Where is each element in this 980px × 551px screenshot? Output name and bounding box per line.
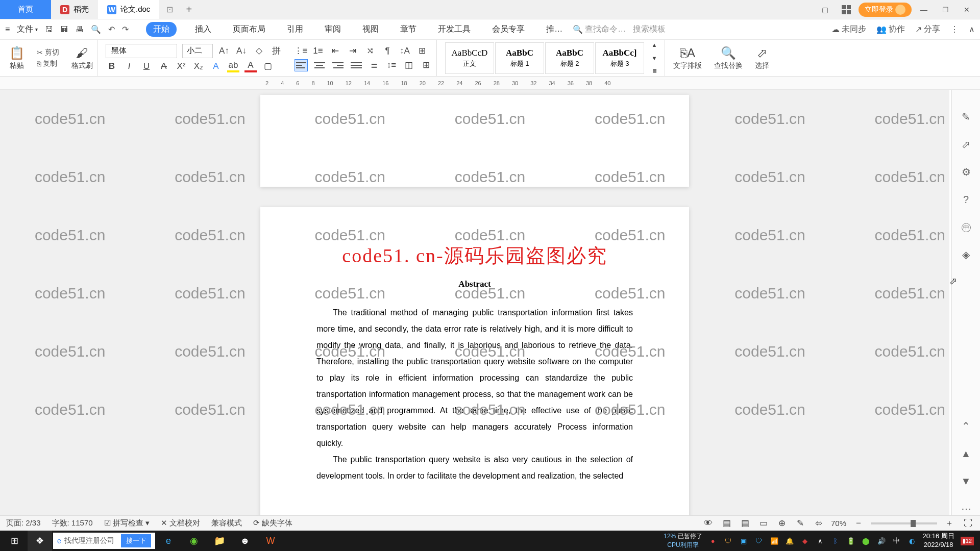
view-web-icon[interactable]: ⊕ [776, 517, 788, 530]
app-green-icon[interactable]: ◉ [182, 531, 206, 551]
strikethrough-button[interactable]: A̶ [158, 60, 170, 72]
tab-add[interactable]: + [180, 0, 198, 19]
scroll-down-icon[interactable]: ▼ [960, 474, 973, 488]
pointer-tool-icon[interactable]: ⬀ [960, 138, 973, 151]
tab-options-icon[interactable]: ⊡ [159, 0, 180, 19]
highlight-icon[interactable]: ab [227, 60, 239, 72]
maximize-button[interactable]: ☐ [936, 3, 954, 17]
borders-icon[interactable]: ⊞ [420, 59, 432, 71]
zoom-in-icon[interactable]: + [943, 517, 955, 530]
layout-toggle-icon[interactable]: ▢ [816, 3, 834, 17]
copilot-icon[interactable]: ❖ [28, 531, 52, 551]
action-center-badge[interactable]: ▮12 [961, 537, 974, 545]
more-dots-icon[interactable]: ⋯ [960, 502, 973, 515]
fullscreen-icon[interactable]: ⛶ [962, 517, 974, 530]
ime-indicator[interactable]: 中 [892, 536, 901, 545]
save-as-icon[interactable]: 🖬 [60, 25, 68, 34]
ribbon-tab-insert[interactable]: 插入 [192, 22, 214, 37]
edit-mode-icon[interactable]: ✎ [794, 517, 806, 530]
font-shrink-icon[interactable]: A↓ [235, 45, 248, 57]
collapse-ribbon-icon[interactable]: ∧ [969, 24, 975, 34]
volume-icon[interactable]: 🔊 [877, 536, 886, 545]
bullets-icon[interactable]: ⋮≡ [295, 45, 307, 57]
clock[interactable]: 20:16 周日2022/9/18 [923, 532, 954, 549]
bluetooth-icon[interactable]: ᛒ [831, 536, 840, 545]
ribbon-tab-reference[interactable]: 引用 [284, 22, 306, 37]
align-justify-button[interactable] [350, 59, 363, 71]
scroll-up-icon[interactable]: ▲ [960, 447, 973, 460]
share-button[interactable]: ↗ 分享 [915, 24, 940, 35]
indent-decrease-icon[interactable]: ⇤ [329, 45, 341, 57]
tray-icon[interactable]: ◐ [908, 536, 917, 545]
compat-mode[interactable]: 兼容模式 [211, 518, 242, 528]
sliders-icon[interactable]: ⚙ [960, 165, 973, 179]
tray-expand-icon[interactable]: ∧ [816, 536, 825, 545]
align-right-button[interactable] [331, 59, 345, 71]
view-page-icon[interactable]: ▤ [721, 517, 733, 530]
menu-hamburger-icon[interactable]: ≡ [5, 25, 10, 34]
diamond-icon[interactable]: ◈ [960, 248, 973, 261]
font-size-select[interactable]: 小二 [182, 44, 213, 58]
ribbon-tab-view[interactable]: 视图 [359, 22, 382, 37]
bold-button[interactable]: B [106, 60, 118, 72]
wps-taskbar-icon[interactable]: W [258, 531, 283, 551]
save-icon[interactable]: 🖫 [45, 25, 53, 34]
start-button[interactable]: ⊞ [2, 531, 27, 551]
text-effects-icon[interactable]: A [210, 60, 222, 72]
tabs-icon[interactable]: ⊞ [416, 45, 428, 57]
styles-down-icon[interactable]: ▼ [648, 52, 660, 64]
minimize-button[interactable]: — [915, 3, 933, 17]
font-grow-icon[interactable]: A↑ [218, 45, 230, 57]
tray-icon[interactable]: ▣ [739, 536, 748, 545]
subscript-button[interactable]: X₂ [192, 60, 205, 72]
search-template[interactable]: 搜索模板 [633, 24, 666, 35]
paste-button[interactable]: 📋粘贴 [9, 46, 24, 70]
style-body[interactable]: AaBbCcD正文 [445, 42, 494, 74]
document-area[interactable]: code51. cn-源码乐园盗图必究 Abstract The traditi… [0, 90, 949, 515]
sync-status[interactable]: ☁ 未同步 [831, 24, 866, 35]
search-command[interactable]: 🔍 查找命令… [573, 24, 626, 35]
zoom-slider[interactable] [871, 522, 937, 524]
font-color-icon[interactable]: A [244, 60, 257, 72]
tray-icon[interactable]: 🛡 [724, 536, 733, 545]
superscript-button[interactable]: X² [175, 60, 187, 72]
apps-grid-icon[interactable] [837, 3, 855, 17]
phonetic-icon[interactable]: 拼 [270, 45, 282, 57]
cut-button[interactable]: ✂ 剪切 [37, 48, 59, 57]
eye-icon[interactable]: 👁 [702, 517, 715, 530]
indent-increase-icon[interactable]: ⇥ [347, 45, 359, 57]
proofread-button[interactable]: ✕ 文档校对 [161, 518, 200, 528]
tray-icon[interactable]: 🛡 [754, 536, 764, 545]
missing-font[interactable]: ⟳ 缺失字体 [253, 518, 292, 528]
ribbon-tab-start[interactable]: 开始 [146, 22, 177, 37]
char-border-icon[interactable]: ▢ [262, 60, 274, 72]
search-go-button[interactable]: 搜一下 [121, 534, 151, 547]
wifi-icon[interactable]: 📶 [770, 536, 779, 545]
font-name-select[interactable]: 黑体 [106, 44, 177, 58]
copy-button[interactable]: ⎘ 复制 [37, 59, 59, 68]
text-layout-button[interactable]: ⎘A文字排版 [673, 46, 702, 70]
ruler[interactable]: 2468 10121416 18202224 26283032 34363840 [0, 77, 980, 90]
fit-width-icon[interactable]: ⬄ [813, 517, 825, 530]
select-button[interactable]: ⬀选择 [755, 46, 769, 70]
cpu-widget[interactable]: 12% 已暂停了 CPU利用率 [664, 532, 702, 549]
explorer-icon[interactable]: 📁 [207, 531, 232, 551]
style-h3[interactable]: AaBbCc]标题 3 [595, 42, 644, 74]
ie-taskbar-icon[interactable]: e [156, 531, 181, 551]
line-spacing-icon[interactable]: ↕≡ [385, 59, 398, 71]
distribute-button[interactable]: ≣ [368, 59, 380, 71]
italic-button[interactable]: I [123, 60, 135, 72]
numbering-icon[interactable]: 1≡ [312, 45, 324, 57]
text-direction-icon[interactable]: ↕A [399, 45, 411, 57]
style-h2[interactable]: AaBbC标题 2 [545, 42, 594, 74]
sort-icon[interactable]: ⤭ [364, 45, 376, 57]
ribbon-tab-vip[interactable]: 会员专享 [489, 22, 528, 37]
ribbon-tab-layout[interactable]: 页面布局 [230, 22, 268, 37]
ribbon-tab-chapter[interactable]: 章节 [397, 22, 420, 37]
close-button[interactable]: ✕ [958, 3, 976, 17]
tray-icon[interactable]: ● [708, 536, 718, 545]
undo-icon[interactable]: ↶ [108, 24, 115, 34]
scroll-top-icon[interactable]: ⌃ [960, 419, 973, 433]
word-count[interactable]: 字数: 11570 [52, 518, 93, 528]
tab-document[interactable]: W 论文.doc [98, 0, 159, 19]
